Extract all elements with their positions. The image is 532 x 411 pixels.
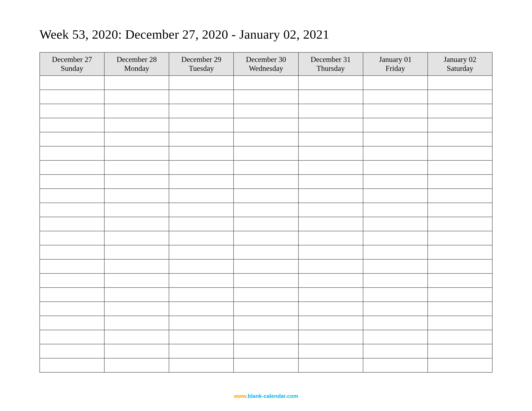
calendar-cell <box>363 118 428 132</box>
calendar-cell <box>428 231 492 245</box>
table-row <box>40 146 492 160</box>
calendar-cell <box>234 189 298 203</box>
col-date: December 31 <box>299 55 363 64</box>
table-row <box>40 259 492 273</box>
calendar-cell <box>234 287 298 302</box>
table-row <box>40 203 492 217</box>
calendar-cell <box>428 90 492 104</box>
calendar-cell <box>169 231 234 245</box>
calendar-cell <box>234 316 298 330</box>
calendar-cell <box>40 90 104 104</box>
calendar-cell <box>169 330 234 344</box>
table-row <box>40 76 492 90</box>
table-row <box>40 358 492 372</box>
calendar-cell <box>428 76 492 90</box>
calendar-cell <box>428 146 492 160</box>
calendar-cell <box>169 132 234 146</box>
calendar-cell <box>234 146 298 160</box>
calendar-cell <box>298 287 363 302</box>
calendar-cell <box>363 273 428 287</box>
calendar-cell <box>428 160 492 174</box>
table-row <box>40 118 492 132</box>
calendar-cell <box>169 287 234 302</box>
calendar-cell <box>169 217 234 231</box>
calendar-cell <box>428 104 492 118</box>
calendar-cell <box>298 259 363 273</box>
table-row <box>40 132 492 146</box>
calendar-cell <box>428 118 492 132</box>
calendar-cell <box>104 358 169 372</box>
calendar-cell <box>40 76 104 90</box>
calendar-cell <box>104 259 169 273</box>
calendar-cell <box>428 344 492 358</box>
calendar-cell <box>40 259 104 273</box>
calendar-cell <box>363 302 428 316</box>
calendar-cell <box>40 118 104 132</box>
calendar-cell <box>428 259 492 273</box>
calendar-cell <box>104 245 169 259</box>
calendar-cell <box>363 160 428 174</box>
calendar-cell <box>169 358 234 372</box>
calendar-header-row: December 27 Sunday December 28 Monday De… <box>40 52 492 76</box>
calendar-cell <box>40 174 104 189</box>
table-row <box>40 189 492 203</box>
calendar-cell <box>428 203 492 217</box>
calendar-cell <box>298 189 363 203</box>
calendar-cell <box>104 203 169 217</box>
calendar-cell <box>40 330 104 344</box>
calendar-cell <box>234 132 298 146</box>
table-row <box>40 273 492 287</box>
col-day: Friday <box>363 64 427 73</box>
calendar-cell <box>234 273 298 287</box>
col-day: Wednesday <box>234 64 298 73</box>
calendar-cell <box>169 316 234 330</box>
calendar-cell <box>298 217 363 231</box>
calendar-cell <box>169 146 234 160</box>
calendar-cell <box>104 146 169 160</box>
calendar-cell <box>104 231 169 245</box>
col-day: Thursday <box>299 64 363 73</box>
calendar-cell <box>40 245 104 259</box>
calendar-cell <box>363 330 428 344</box>
calendar-cell <box>234 90 298 104</box>
calendar-cell <box>104 330 169 344</box>
calendar-cell <box>40 287 104 302</box>
table-row <box>40 160 492 174</box>
calendar-cell <box>298 302 363 316</box>
calendar-cell <box>104 118 169 132</box>
weekly-calendar-page: Week 53, 2020: December 27, 2020 - Janua… <box>0 0 532 411</box>
calendar-cell <box>428 302 492 316</box>
calendar-cell <box>363 132 428 146</box>
calendar-cell <box>298 104 363 118</box>
table-row <box>40 287 492 302</box>
calendar-cell <box>104 132 169 146</box>
calendar-cell <box>298 316 363 330</box>
calendar-cell <box>298 160 363 174</box>
table-row <box>40 90 492 104</box>
col-day: Saturday <box>428 64 492 73</box>
calendar-cell <box>40 132 104 146</box>
calendar-cell <box>40 160 104 174</box>
calendar-cell <box>363 358 428 372</box>
calendar-cell <box>104 104 169 118</box>
calendar-cell <box>298 174 363 189</box>
calendar-cell <box>363 287 428 302</box>
calendar-cell <box>169 245 234 259</box>
calendar-cell <box>363 344 428 358</box>
calendar-cell <box>169 203 234 217</box>
calendar-cell <box>363 316 428 330</box>
calendar-body <box>40 76 492 372</box>
calendar-cell <box>428 273 492 287</box>
calendar-cell <box>40 316 104 330</box>
calendar-cell <box>428 358 492 372</box>
calendar-cell <box>234 160 298 174</box>
table-row <box>40 330 492 344</box>
table-row <box>40 174 492 189</box>
calendar-cell <box>363 146 428 160</box>
footer-link: www.blank-calendar.com <box>0 393 532 399</box>
calendar-cell <box>104 302 169 316</box>
table-row <box>40 231 492 245</box>
calendar-cell <box>169 118 234 132</box>
calendar-cell <box>40 203 104 217</box>
calendar-cell <box>298 344 363 358</box>
